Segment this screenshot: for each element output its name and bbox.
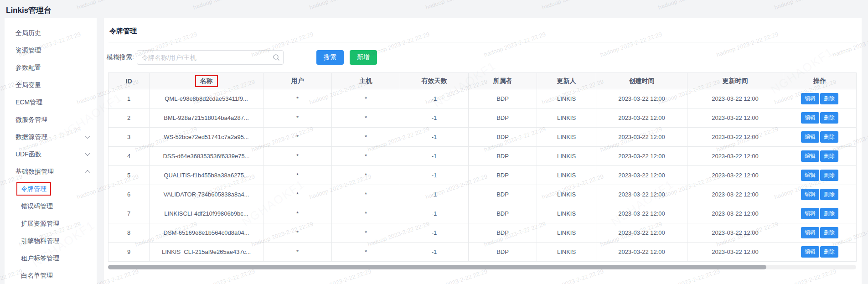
sidebar: 全局历史资源管理参数配置全局变量ECM管理微服务管理数据源管理UDF函数基础数据… [5, 18, 97, 284]
cell-host: * [332, 108, 400, 128]
sidebar-item[interactable]: 全局变量 [5, 76, 97, 93]
cell-host: * [332, 147, 400, 166]
cell-created-time: 2023-03-22 12:00 [596, 223, 687, 243]
search-button[interactable]: 搜索 [316, 50, 344, 65]
cell-valid-days: -1 [400, 185, 469, 204]
delete-button[interactable]: 删除 [820, 150, 838, 162]
sidebar-item-label: 全局历史 [16, 29, 41, 36]
edit-button[interactable]: 编辑 [801, 150, 819, 162]
horizontal-scrollbar-thumb[interactable] [108, 265, 766, 269]
sidebar-item-label: 资源管理 [16, 46, 41, 54]
cell-created-time: 2023-03-22 12:00 [596, 243, 687, 262]
cell-host: * [332, 223, 400, 243]
watermark-text: hadoop 2023-2-22 22:29 [657, 0, 721, 11]
table-row: 8DSM-65169e8e1b564c0d8a04...**-1BDPLINKI… [108, 223, 857, 243]
sidebar-subitem-label: 引擎物料管理 [21, 237, 59, 244]
cell-valid-days: -1 [400, 204, 469, 223]
column-header: 用户 [264, 73, 332, 89]
cell-actions: 编辑删除 [783, 108, 857, 128]
delete-button[interactable]: 删除 [820, 208, 838, 219]
sidebar-item[interactable]: 基础数据管理 [5, 163, 97, 180]
chevron-down-icon [85, 151, 90, 156]
search-icon[interactable] [273, 54, 280, 61]
sidebar-item[interactable]: 参数配置 [5, 59, 97, 76]
cell-updated-time: 2023-03-22 12:00 [687, 185, 783, 204]
edit-button[interactable]: 编辑 [801, 189, 819, 200]
sidebar-item-label: 参数配置 [16, 64, 41, 71]
table-row: 7LINKISCLI-4df210f99806b9bc...**-1BDPLIN… [108, 204, 857, 223]
main-panel: 令牌管理 模糊搜索: 搜索 新增 ID名称用户主机有效天数所属者更新人创建时间更… [104, 18, 862, 284]
delete-button[interactable]: 删除 [820, 131, 838, 143]
watermark-text: hadoop 2023-2-22 22:29 [541, 0, 604, 11]
edit-button[interactable]: 编辑 [801, 208, 819, 219]
cell-valid-days: -1 [400, 223, 469, 243]
watermark-text: hadoop 2023-2-22 22:29 [308, 0, 372, 11]
cell-owner: BDP [469, 185, 537, 204]
edit-button[interactable]: 编辑 [801, 170, 819, 181]
cell-updater: LINKIS [537, 128, 596, 147]
edit-button[interactable]: 编辑 [801, 93, 819, 104]
cell-host: * [332, 185, 400, 204]
cell-id: 5 [108, 166, 150, 185]
page-title: 令牌管理 [104, 18, 862, 36]
cell-updater: LINKIS [537, 108, 596, 128]
cell-name: WS-52bce72ed51741c7a2a95... [150, 128, 264, 147]
cell-name: BML-928a721518014ba4a287... [150, 108, 264, 128]
edit-button[interactable]: 编辑 [801, 246, 819, 258]
delete-button[interactable]: 删除 [820, 227, 838, 238]
sidebar-item[interactable]: 数据源管理 [5, 128, 97, 145]
cell-owner: BDP [469, 223, 537, 243]
cell-owner: BDP [469, 128, 537, 147]
delete-button[interactable]: 删除 [820, 170, 838, 181]
chevron-up-icon [85, 170, 90, 175]
cell-updater: LINKIS [537, 166, 596, 185]
sidebar-subitem[interactable]: 租户标签管理 [5, 249, 97, 267]
sidebar-subitem[interactable]: 引擎物料管理 [5, 232, 97, 249]
sidebar-item[interactable]: 微服务管理 [5, 111, 97, 128]
delete-button[interactable]: 删除 [820, 246, 838, 258]
cell-updater: LINKIS [537, 89, 596, 108]
sidebar-item[interactable]: 全局历史 [5, 24, 97, 41]
watermark-text: hadoop 2023-2-22 22:29 [424, 0, 488, 11]
sidebar-item[interactable]: ECM管理 [5, 93, 97, 111]
sidebar-item-label: UDF函数 [16, 150, 41, 158]
edit-button[interactable]: 编辑 [801, 131, 819, 143]
delete-button[interactable]: 删除 [820, 112, 838, 124]
column-header: 更新人 [537, 73, 596, 89]
cell-updated-time: 2023-03-22 12:00 [687, 147, 783, 166]
sidebar-item[interactable]: 资源管理 [5, 41, 97, 59]
cell-id: 7 [108, 204, 150, 223]
cell-created-time: 2023-03-22 12:00 [596, 147, 687, 166]
cell-updated-time: 2023-03-22 12:00 [687, 89, 783, 108]
sidebar-item[interactable]: UDF函数 [5, 145, 97, 163]
cell-updated-time: 2023-03-22 12:00 [687, 243, 783, 262]
cell-user: * [264, 243, 332, 262]
cell-name: LINKISCLI-4df210f99806b9bc... [150, 204, 264, 223]
cell-host: * [332, 128, 400, 147]
cell-updated-time: 2023-03-22 12:00 [687, 223, 783, 243]
sidebar-subitem[interactable]: 扩展资源管理 [5, 215, 97, 232]
cell-name: LINKIS_CLI-215af9e265ae437c... [150, 243, 264, 262]
sidebar-subitem[interactable]: 白名单管理 [5, 267, 97, 284]
cell-id: 9 [108, 243, 150, 262]
cell-updater: LINKIS [537, 147, 596, 166]
cell-valid-days: -1 [400, 89, 469, 108]
cell-owner: BDP [469, 108, 537, 128]
cell-valid-days: -1 [400, 128, 469, 147]
cell-valid-days: -1 [400, 147, 469, 166]
sidebar-item-label: 微服务管理 [16, 116, 47, 123]
sidebar-subitem[interactable]: 令牌管理 [5, 180, 97, 197]
add-button[interactable]: 新增 [350, 50, 377, 65]
cell-valid-days: -1 [400, 243, 469, 262]
delete-button[interactable]: 删除 [820, 93, 838, 104]
cell-user: * [264, 166, 332, 185]
column-header: 操作 [783, 73, 857, 89]
column-header: 所属者 [469, 73, 537, 89]
edit-button[interactable]: 编辑 [801, 112, 819, 124]
sidebar-subitem[interactable]: 错误码管理 [5, 197, 97, 215]
delete-button[interactable]: 删除 [820, 189, 838, 200]
watermark-text: hadoop 2023-2-22 22:29 [76, 0, 140, 11]
search-input[interactable] [137, 50, 284, 65]
column-header: 创建时间 [596, 73, 687, 89]
edit-button[interactable]: 编辑 [801, 227, 819, 238]
